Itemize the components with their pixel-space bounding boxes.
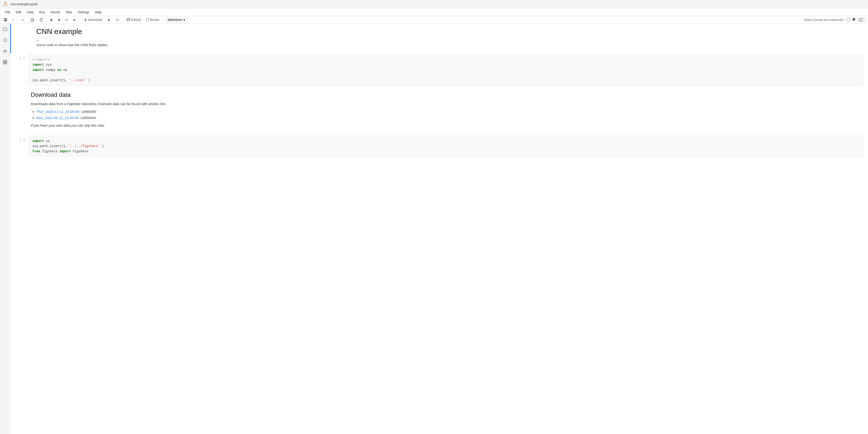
cell1-code[interactable]: # Imports import sys import numpy as np …: [28, 54, 863, 86]
code-cell-2: [ ]: import os sys.path.insert(1, '../..…: [10, 136, 868, 157]
cell-type-dropdown[interactable]: Markdown ▾: [165, 17, 188, 23]
fast-forward-button[interactable]: ⏭: [71, 17, 78, 23]
code-string-2: '../../figshare': [69, 144, 100, 148]
code-paren-1: ): [88, 78, 90, 82]
menu-file[interactable]: File: [3, 9, 12, 15]
download-gutter: [10, 88, 28, 134]
code-syspath1: sys.path.insert(1,: [32, 78, 69, 82]
menu-settings[interactable]: Settings: [75, 9, 92, 15]
cut-button[interactable]: ✂: [20, 17, 27, 23]
main-layout: CNN example ▾ Some code to show how the …: [0, 24, 868, 434]
save-button[interactable]: [2, 17, 9, 23]
notebook-subtext: Some code to show how the CNN finds ripp…: [36, 42, 108, 48]
svg-rect-10: [40, 19, 42, 21]
sidebar-icon-circle[interactable]: [1, 36, 9, 44]
svg-rect-9: [31, 19, 33, 21]
svg-rect-12: [84, 21, 87, 21]
menu-kernel[interactable]: Kernel: [48, 9, 62, 15]
code-comment-1: # Imports: [32, 58, 50, 62]
download-heading: Download data: [31, 91, 166, 98]
heading-content: CNN example ▾ Some code to show how the …: [29, 24, 113, 53]
svg-rect-13: [108, 21, 110, 21]
menu-help[interactable]: Help: [93, 9, 104, 15]
svg-rect-20: [3, 62, 5, 64]
list-item-1: Thy7_2020-11-11_16-05-00: 14960085: [36, 108, 166, 115]
paste-button[interactable]: [37, 17, 45, 23]
keyword-import-3: import: [32, 139, 44, 143]
keyword-from: from: [32, 149, 40, 153]
svg-rect-21: [5, 62, 7, 64]
upload-button[interactable]: [105, 17, 112, 22]
download-list: Thy7_2020-11-11_16-05-00: 14960085 Dlx1_…: [36, 108, 166, 121]
keyword-import-2: import: [32, 68, 44, 72]
jupyter-logo: [3, 1, 8, 7]
menu-view[interactable]: View: [25, 9, 36, 15]
kernel-status-circle: [846, 18, 850, 22]
code-os: os: [46, 139, 50, 143]
cell1-gutter: [ ]:: [10, 54, 28, 86]
sidebar-icons: [0, 24, 10, 434]
heading-cell: CNN example ▾ Some code to show how the …: [10, 24, 868, 53]
suffix-1: : 14960085: [79, 110, 96, 113]
cell2-code[interactable]: import os sys.path.insert(1, '../../figs…: [28, 136, 863, 157]
svg-rect-5: [5, 19, 6, 20]
svg-rect-18: [3, 60, 5, 62]
svg-text:✂: ✂: [22, 18, 25, 22]
cell2-gutter: [ ]:: [10, 136, 28, 157]
github-button[interactable]: GitHub: [125, 17, 143, 23]
download-button[interactable]: Download: [82, 17, 104, 23]
sidebar-icon-list[interactable]: [1, 47, 9, 55]
keyword-import-1: import: [32, 63, 44, 67]
menu-edit[interactable]: Edit: [13, 9, 24, 15]
svg-rect-11: [40, 19, 42, 19]
save-cloud-button[interactable]: [114, 17, 121, 23]
title-bar: cnn-example.ipynb: [0, 0, 868, 8]
svg-point-1: [5, 2, 6, 3]
notebook-title: CNN example: [36, 27, 108, 36]
code-figshare-cls: Figshare: [73, 149, 88, 153]
heading-gutter: [11, 24, 29, 53]
sidebar-icon-puzzle[interactable]: [1, 59, 9, 66]
suffix-2: : 14959449: [78, 116, 95, 120]
code-paren-2: ): [102, 144, 103, 148]
download-note: If you have your own data you can skip t…: [31, 123, 166, 128]
add-cell-button[interactable]: +: [10, 17, 16, 23]
svg-point-2: [4, 5, 5, 6]
dropdown-arrow-icon: ▾: [183, 18, 185, 22]
separator-3: [80, 18, 80, 22]
toolbar: + ✂ ▶ ■ ↺ ⏭ Download GitHub Binder Markd…: [0, 16, 868, 24]
run-button[interactable]: ▶: [49, 17, 55, 23]
link-dlx1[interactable]: Dlx1_2021-02-12_12-46-54: [36, 116, 78, 120]
link-thy7[interactable]: Thy7_2020-11-11_16-05-00: [36, 110, 79, 113]
svg-point-3: [6, 5, 7, 6]
code-syspath2: sys.path.insert(1,: [32, 144, 69, 148]
copy-button[interactable]: [29, 17, 36, 23]
sidebar-icon-folder[interactable]: [1, 26, 9, 33]
notebook-area[interactable]: CNN example ▾ Some code to show how the …: [10, 24, 868, 434]
menu-bar: File Edit View Run Kernel Tabs Settings …: [0, 8, 868, 16]
kernel-info: Python [conda env:notebook] *: [804, 18, 866, 22]
download-section: Download data Downloads data from a Figs…: [10, 88, 868, 134]
settings-icon[interactable]: [852, 18, 856, 22]
separator-1: [18, 18, 18, 22]
menu-tabs[interactable]: Tabs: [63, 9, 74, 15]
window-title: cnn-example.ipynb: [10, 2, 38, 6]
binder-button[interactable]: Binder: [144, 17, 161, 23]
svg-rect-6: [5, 20, 6, 21]
svg-rect-19: [5, 60, 7, 62]
collapse-arrow[interactable]: ▾: [37, 39, 38, 42]
list-item-2: Dlx1_2021-02-12_12-46-54: 14959449: [36, 115, 166, 121]
code-numpy: numpy: [46, 68, 57, 72]
code-string-1: '../cnn/': [69, 78, 87, 82]
menu-run[interactable]: Run: [37, 9, 48, 15]
svg-point-14: [3, 38, 7, 42]
download-content: Download data Downloads data from a Figs…: [28, 88, 171, 134]
code-cell-1: [ ]: # Imports import sys import numpy a…: [10, 54, 868, 86]
separator-2: [46, 18, 47, 22]
restart-button[interactable]: ↺: [63, 17, 70, 23]
toggle-switch[interactable]: [858, 18, 866, 22]
code-sys: sys: [46, 63, 52, 67]
stop-button[interactable]: ■: [56, 17, 62, 23]
download-intro: Downloads data from a Figshare repositor…: [31, 101, 166, 107]
keyword-import-4: import: [59, 149, 71, 153]
